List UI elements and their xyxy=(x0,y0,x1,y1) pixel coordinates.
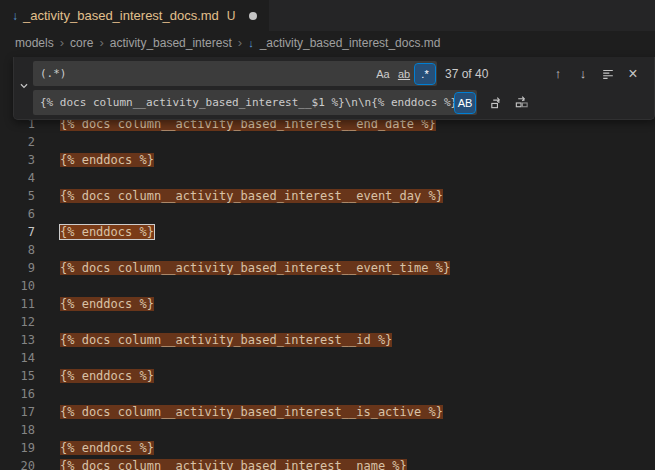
close-icon: × xyxy=(628,65,637,83)
arrow-down-icon: ↓ xyxy=(580,66,587,81)
line-number: 14 xyxy=(0,349,35,367)
line-number: 13 xyxy=(0,331,35,349)
line-number: 4 xyxy=(0,169,35,187)
line-content: {% enddocs %} xyxy=(60,223,154,241)
replace-all-icon xyxy=(514,95,529,110)
find-match: {% enddocs %} xyxy=(60,297,154,311)
find-in-selection-button[interactable] xyxy=(597,63,619,85)
editor-line[interactable]: 6 xyxy=(0,205,655,223)
editor-line[interactable]: 8 xyxy=(0,241,655,259)
line-content: {% docs column__activity_based_interest_… xyxy=(60,259,450,277)
editor-tab[interactable]: ↓ _activity_based_interest_docs.md U xyxy=(0,0,269,31)
line-number: 3 xyxy=(0,151,35,169)
editor-line[interactable]: 9{% docs column__activity_based_interest… xyxy=(0,259,655,277)
line-content: {% enddocs %} xyxy=(60,367,154,385)
line-number: 16 xyxy=(0,385,35,403)
find-match: {% docs column__activity_based_interest_… xyxy=(60,261,450,275)
editor-line[interactable]: 11{% enddocs %} xyxy=(0,295,655,313)
preserve-case-toggle[interactable]: AB xyxy=(455,93,475,113)
chevron-down-icon xyxy=(17,79,31,97)
breadcrumb: models›core›activity_based_interest›↓_ac… xyxy=(0,31,655,54)
line-number: 6 xyxy=(0,205,35,223)
line-number: 12 xyxy=(0,313,35,331)
editor-line[interactable]: 3{% enddocs %} xyxy=(0,151,655,169)
replace-icon xyxy=(489,95,504,110)
editor-line[interactable]: 2 xyxy=(0,133,655,151)
line-content: {% docs column__activity_based_interest_… xyxy=(60,331,392,349)
line-content: {% docs column__activity_based_interest_… xyxy=(60,457,407,470)
line-content: {% enddocs %} xyxy=(60,151,154,169)
arrow-up-icon: ↑ xyxy=(555,66,562,81)
match-case-toggle[interactable]: Aa xyxy=(373,64,393,84)
markdown-file-icon: ↓ xyxy=(12,10,18,22)
line-number: 17 xyxy=(0,403,35,421)
editor-line[interactable]: 13{% docs column__activity_based_interes… xyxy=(0,331,655,349)
editor-line[interactable]: 4 xyxy=(0,169,655,187)
unsaved-changes-dot-icon[interactable] xyxy=(249,12,257,20)
editor[interactable]: 1{% docs column__activity_based_interest… xyxy=(0,115,655,470)
find-input[interactable]: (.*) Aa ab .* xyxy=(33,61,437,86)
breadcrumb-item[interactable]: models xyxy=(15,36,54,50)
editor-line[interactable]: 5{% docs column__activity_based_interest… xyxy=(0,187,655,205)
breadcrumb-item[interactable]: _activity_based_interest_docs.md xyxy=(260,36,441,50)
editor-line[interactable]: 17{% docs column__activity_based_interes… xyxy=(0,403,655,421)
editor-line[interactable]: 20{% docs column__activity_based_interes… xyxy=(0,457,655,470)
git-status-badge: U xyxy=(227,9,236,23)
match-count: 37 of 40 xyxy=(445,67,488,81)
find-match: {% enddocs %} xyxy=(60,369,154,383)
breadcrumb-item[interactable]: activity_based_interest xyxy=(110,36,232,50)
line-content: {% enddocs %} xyxy=(60,295,154,313)
find-match: {% docs column__activity_based_interest_… xyxy=(60,405,443,419)
line-number: 20 xyxy=(0,457,35,470)
find-match: {% enddocs %} xyxy=(60,153,154,167)
find-match: {% docs column__activity_based_interest_… xyxy=(60,189,443,203)
find-match: {% enddocs %} xyxy=(60,441,154,455)
editor-line[interactable]: 12 xyxy=(0,313,655,331)
regex-toggle[interactable]: .* xyxy=(415,64,435,84)
tab-filename: _activity_based_interest_docs.md xyxy=(23,8,219,23)
tab-bar: ↓ _activity_based_interest_docs.md U xyxy=(0,0,655,31)
markdown-file-icon: ↓ xyxy=(248,37,254,49)
line-number: 7 xyxy=(0,223,35,241)
line-content: {% enddocs %} xyxy=(60,439,154,457)
breadcrumb-separator-icon: › xyxy=(99,35,103,50)
line-number: 19 xyxy=(0,439,35,457)
replace-value-text: {% docs column__activity_based_interest_… xyxy=(40,96,454,109)
editor-line[interactable]: 15{% enddocs %} xyxy=(0,367,655,385)
editor-line[interactable]: 19{% enddocs %} xyxy=(0,439,655,457)
breadcrumb-item[interactable]: core xyxy=(70,36,93,50)
editor-line[interactable]: 7{% enddocs %} xyxy=(0,223,655,241)
line-number: 9 xyxy=(0,259,35,277)
next-match-button[interactable]: ↓ xyxy=(572,63,594,85)
replace-button[interactable] xyxy=(485,92,507,114)
previous-match-button[interactable]: ↑ xyxy=(547,63,569,85)
line-number: 18 xyxy=(0,421,35,439)
find-match: {% docs column__activity_based_interest_… xyxy=(60,333,392,347)
replace-all-button[interactable] xyxy=(510,92,532,114)
breadcrumb-separator-icon: › xyxy=(238,35,242,50)
editor-line[interactable]: 14 xyxy=(0,349,655,367)
find-replace-widget: (.*) Aa ab .* 37 of 40 ↑ ↓ × {% docs col… xyxy=(13,57,655,120)
line-number: 11 xyxy=(0,295,35,313)
line-number: 5 xyxy=(0,187,35,205)
current-find-match: {% enddocs %} xyxy=(60,225,154,239)
line-content: {% docs column__activity_based_interest_… xyxy=(60,403,443,421)
editor-line[interactable]: 16 xyxy=(0,385,655,403)
line-content: {% docs column__activity_based_interest_… xyxy=(60,187,443,205)
line-number: 2 xyxy=(0,133,35,151)
close-find-button[interactable]: × xyxy=(622,63,644,85)
line-number: 15 xyxy=(0,367,35,385)
line-number: 10 xyxy=(0,277,35,295)
whole-word-toggle[interactable]: ab xyxy=(394,64,414,84)
find-match: {% docs column__activity_based_interest_… xyxy=(60,459,407,470)
toggle-replace-button[interactable] xyxy=(14,61,33,115)
breadcrumb-separator-icon: › xyxy=(60,35,64,50)
editor-line[interactable]: 10 xyxy=(0,277,655,295)
find-query-text: (.*) xyxy=(40,67,372,80)
line-number: 8 xyxy=(0,241,35,259)
selection-lines-icon xyxy=(601,67,615,81)
editor-line[interactable]: 18 xyxy=(0,421,655,439)
replace-input[interactable]: {% docs column__activity_based_interest_… xyxy=(33,90,477,115)
